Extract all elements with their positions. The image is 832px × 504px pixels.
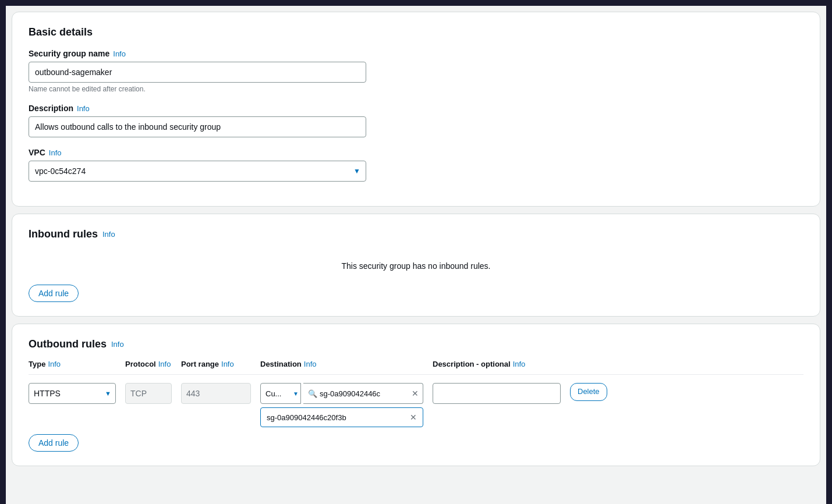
vpc-label: VPC Info bbox=[29, 148, 803, 157]
outbound-rule-row: HTTPS ▼ Cu... ▼ 🔍 bbox=[29, 383, 803, 427]
outbound-rules-header: Outbound rules Info bbox=[29, 338, 803, 350]
inbound-rules-card: Inbound rules Info This security group h… bbox=[12, 214, 820, 317]
port-range-input bbox=[181, 383, 251, 404]
security-group-name-label: Security group name Info bbox=[29, 49, 803, 58]
outbound-rules-title: Outbound rules bbox=[29, 338, 107, 350]
security-group-name-info-link[interactable]: Info bbox=[113, 49, 126, 58]
search-icon: 🔍 bbox=[308, 389, 317, 398]
basic-details-card: Basic details Security group name Info N… bbox=[12, 12, 820, 207]
vpc-select-wrapper: vpc-0c54c274 ▼ bbox=[29, 161, 366, 182]
inbound-add-rule-button[interactable]: Add rule bbox=[29, 285, 79, 302]
protocol-col-info-link[interactable]: Info bbox=[158, 360, 171, 368]
dest-search-clear-button[interactable]: ✕ bbox=[410, 388, 420, 399]
dest-search-input[interactable] bbox=[303, 383, 423, 404]
inbound-rules-empty: This security group has no inbound rules… bbox=[29, 250, 803, 285]
description-info-link[interactable]: Info bbox=[77, 104, 90, 113]
destination-col-info-link[interactable]: Info bbox=[304, 360, 317, 368]
dest-type-select-wrapper: Cu... ▼ bbox=[260, 383, 301, 404]
basic-details-title: Basic details bbox=[29, 26, 803, 38]
description-label: Description Info bbox=[29, 104, 803, 113]
col-header-description: Description - optional Info bbox=[433, 360, 561, 368]
outbound-table-header: Type Info Protocol Info Port range Info … bbox=[29, 360, 803, 375]
port-col-info-link[interactable]: Info bbox=[221, 360, 234, 368]
description-field: Description Info bbox=[29, 104, 803, 137]
col-header-destination: Destination Info bbox=[260, 360, 423, 368]
type-select-wrapper: HTTPS ▼ bbox=[29, 383, 116, 404]
description-input[interactable] bbox=[29, 116, 366, 137]
vpc-info-link[interactable]: Info bbox=[49, 148, 62, 157]
delete-rule-button[interactable]: Delete bbox=[570, 383, 607, 401]
outbound-rules-card: Outbound rules Info Type Info Protocol I… bbox=[12, 324, 820, 466]
dest-type-select[interactable]: Cu... bbox=[260, 383, 301, 404]
destination-top-row: Cu... ▼ 🔍 ✕ bbox=[260, 383, 423, 404]
col-header-protocol: Protocol Info bbox=[125, 360, 172, 368]
sg-tag-box: sg-0a909042446c20f3b ✕ bbox=[260, 407, 423, 427]
security-group-name-field: Security group name Info Name cannot be … bbox=[29, 49, 803, 93]
destination-field: Cu... ▼ 🔍 ✕ sg-0a909042446c20f3b ✕ bbox=[260, 383, 423, 427]
inbound-rules-header: Inbound rules Info bbox=[29, 228, 803, 240]
sg-tag-clear-button[interactable]: ✕ bbox=[410, 413, 417, 422]
col-header-type: Type Info bbox=[29, 360, 116, 368]
inbound-rules-title: Inbound rules bbox=[29, 228, 98, 240]
vpc-select[interactable]: vpc-0c54c274 bbox=[29, 161, 366, 182]
protocol-input bbox=[125, 383, 172, 404]
dest-search-wrapper: 🔍 ✕ bbox=[303, 383, 423, 404]
type-select[interactable]: HTTPS bbox=[29, 383, 116, 404]
description-col-info-link[interactable]: Info bbox=[513, 360, 526, 368]
type-col-info-link[interactable]: Info bbox=[48, 360, 61, 368]
sg-tag-text: sg-0a909042446c20f3b bbox=[267, 413, 346, 422]
security-group-name-input[interactable] bbox=[29, 62, 366, 83]
outbound-rules-info-link[interactable]: Info bbox=[111, 340, 124, 349]
security-group-name-helper: Name cannot be edited after creation. bbox=[29, 85, 803, 93]
inbound-rules-info-link[interactable]: Info bbox=[102, 230, 115, 239]
outbound-rule-description-input[interactable] bbox=[433, 383, 561, 404]
col-header-port-range: Port range Info bbox=[181, 360, 251, 368]
outbound-add-rule-button[interactable]: Add rule bbox=[29, 434, 79, 452]
vpc-field: VPC Info vpc-0c54c274 ▼ bbox=[29, 148, 803, 182]
